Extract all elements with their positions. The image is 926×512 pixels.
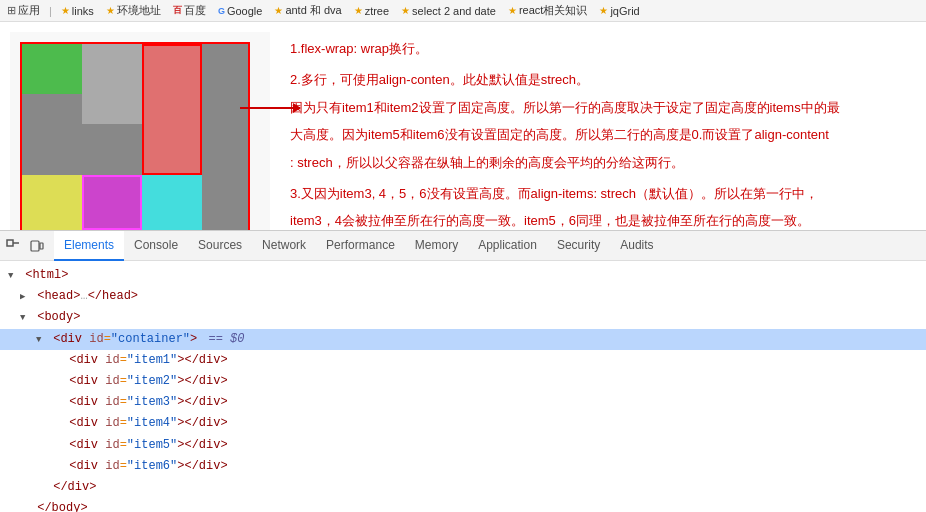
bookmark-links[interactable]: ★ links (58, 4, 97, 18)
devtools-panel: Elements Console Sources Network Perform… (0, 230, 926, 512)
flex-container (20, 42, 250, 232)
flex-item-2 (82, 44, 142, 124)
svg-rect-3 (40, 243, 43, 249)
explanation-line-6: 3.又因为item3, 4，5，6没有设置高度。而align-items: st… (290, 182, 916, 205)
devtools-icon-group (4, 237, 46, 255)
html-line-item6[interactable]: <div id="item6"></div> (0, 456, 926, 477)
svg-rect-0 (7, 240, 13, 246)
tab-network[interactable]: Network (252, 231, 316, 261)
explanation-text: 1.flex-wrap: wrap换行。 2.多行，可使用align-conte… (280, 22, 926, 252)
tab-elements[interactable]: Elements (54, 231, 124, 261)
demo-area (10, 32, 270, 242)
expand-arrow[interactable]: ▼ (8, 269, 18, 283)
arrow-indicator (240, 107, 300, 109)
explanation-line-1: 1.flex-wrap: wrap换行。 (290, 37, 916, 60)
html-line-head: ▶ <head>…</head> (0, 286, 926, 307)
explanation-line-5: : strech，所以以父容器在纵轴上的剩余的高度会平均的分给这两行。 (290, 151, 916, 174)
svg-rect-2 (31, 241, 39, 251)
tab-memory[interactable]: Memory (405, 231, 468, 261)
expand-arrow-head[interactable]: ▶ (20, 290, 30, 304)
bookmark-ztree[interactable]: ★ ztree (351, 4, 392, 18)
explanation-line-2: 2.多行，可使用align-conten。此处默认值是strech。 (290, 68, 916, 91)
tab-audits[interactable]: Audits (610, 231, 663, 261)
bookmark-baidu[interactable]: 百 百度 (170, 2, 209, 19)
html-line-container[interactable]: ▼ <div id="container"> == $0 (0, 329, 926, 350)
bookmark-google[interactable]: G Google (215, 4, 266, 18)
flex-item-1 (22, 44, 82, 94)
bookmark-bar: ⊞ 应用 | ★ links ★ 环境地址 百 百度 G Google ★ an… (0, 0, 926, 22)
arrow-line (240, 107, 300, 109)
flex-item-3 (142, 44, 202, 175)
html-line-html: ▼ <html> (0, 265, 926, 286)
explanation-line-4: 大高度。因为item5和item6没有设置固定的高度。所以第二行的高度是0.而设… (290, 123, 916, 146)
explanation-line-3: 因为只有item1和item2设置了固定高度。所以第一行的高度取决于设定了固定高… (290, 96, 916, 119)
html-line-body-close: </body> (0, 498, 926, 512)
html-line-item2[interactable]: <div id="item2"></div> (0, 371, 926, 392)
devtools-tabs-bar: Elements Console Sources Network Perform… (0, 231, 926, 261)
tab-sources[interactable]: Sources (188, 231, 252, 261)
flex-item-6 (142, 175, 202, 230)
html-line-item4[interactable]: <div id="item4"></div> (0, 413, 926, 434)
flex-item-5 (82, 175, 142, 230)
flex-item-4 (22, 175, 82, 230)
devtools-elements-panel[interactable]: ▼ <html> ▶ <head>…</head> ▼ <body> ▼ <di… (0, 261, 926, 512)
tab-console[interactable]: Console (124, 231, 188, 261)
tab-security[interactable]: Security (547, 231, 610, 261)
device-icon[interactable] (28, 237, 46, 255)
bookmark-apps[interactable]: ⊞ 应用 (4, 2, 43, 19)
bookmark-env[interactable]: ★ 环境地址 (103, 2, 164, 19)
inspect-icon[interactable] (4, 237, 22, 255)
html-line-item3[interactable]: <div id="item3"></div> (0, 392, 926, 413)
bookmark-jqgrid[interactable]: ★ jqGrid (596, 4, 642, 18)
bookmark-select2[interactable]: ★ select 2 and date (398, 4, 499, 18)
html-line-item1[interactable]: <div id="item1"></div> (0, 350, 926, 371)
bookmark-react[interactable]: ★ react相关知识 (505, 2, 590, 19)
html-line-body: ▼ <body> (0, 307, 926, 328)
tab-performance[interactable]: Performance (316, 231, 405, 261)
html-line-div-close: </div> (0, 477, 926, 498)
expand-arrow-body[interactable]: ▼ (20, 311, 30, 325)
tab-application[interactable]: Application (468, 231, 547, 261)
main-content-area: 1.flex-wrap: wrap换行。 2.多行，可使用align-conte… (0, 22, 926, 252)
html-line-item5[interactable]: <div id="item5"></div> (0, 435, 926, 456)
expand-arrow-container[interactable]: ▼ (36, 333, 46, 347)
bookmark-antd[interactable]: ★ antd 和 dva (271, 2, 344, 19)
